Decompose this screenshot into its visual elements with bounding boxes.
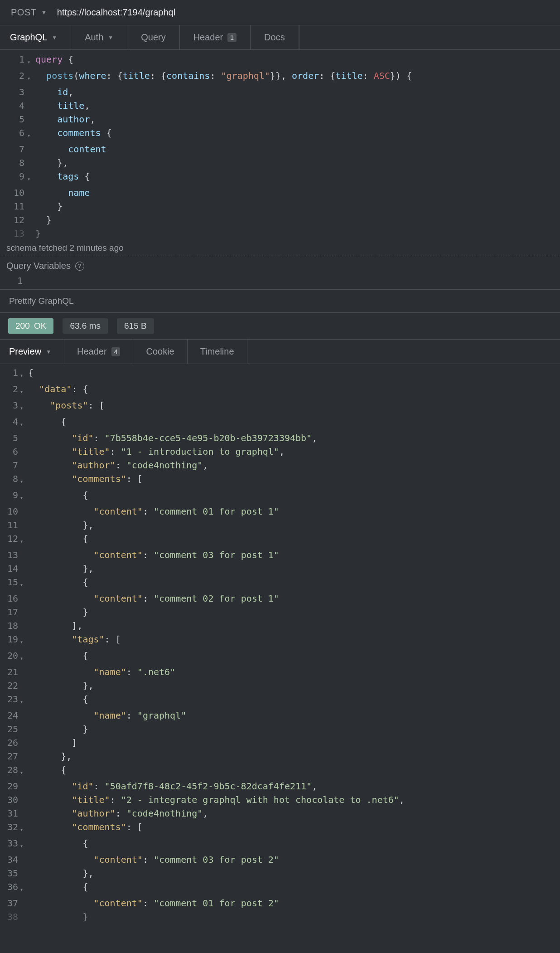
fold-gutter bbox=[20, 445, 28, 458]
tab-response-header[interactable]: Header 4 bbox=[64, 340, 133, 364]
code-line[interactable]: { bbox=[28, 532, 560, 548]
code-line[interactable]: "name": "graphql" bbox=[28, 709, 560, 722]
code-line[interactable]: "author": "code4nothing", bbox=[28, 807, 560, 820]
tab-preview[interactable]: Preview ▼ bbox=[0, 340, 64, 364]
fold-toggle-icon[interactable]: ▾ bbox=[20, 472, 28, 488]
fold-toggle-icon[interactable]: ▾ bbox=[20, 366, 28, 382]
code-line[interactable]: "content": "comment 01 for post 2" bbox=[28, 896, 560, 910]
code-line[interactable]: "data": { bbox=[28, 382, 560, 399]
tabs-spacer bbox=[299, 25, 560, 49]
code-line[interactable]: "content": "comment 01 for post 1" bbox=[28, 505, 560, 518]
tab-auth[interactable]: Auth ▼ bbox=[71, 25, 127, 49]
code-line[interactable]: "content": "comment 03 for post 2" bbox=[28, 853, 560, 866]
code-line[interactable]: "comments": [ bbox=[28, 820, 560, 836]
code-line[interactable]: "id": "50afd7f8-48c2-45f2-9b5c-82dcaf4fe… bbox=[28, 779, 560, 793]
fold-toggle-icon[interactable]: ▾ bbox=[20, 632, 28, 649]
code-line[interactable]: }, bbox=[28, 562, 560, 575]
line-number: 11 bbox=[0, 518, 20, 532]
code-line[interactable]: "posts": [ bbox=[28, 399, 560, 415]
code-line[interactable]: { bbox=[28, 575, 560, 592]
fold-toggle-icon[interactable]: ▾ bbox=[27, 170, 35, 186]
code-line[interactable]: "tags": [ bbox=[28, 632, 560, 649]
response-preview[interactable]: 1▾{2▾ "data": {3▾ "posts": [4▾ {5 "id": … bbox=[0, 364, 560, 924]
fold-toggle-icon[interactable]: ▾ bbox=[20, 415, 28, 431]
code-line[interactable]: } bbox=[28, 910, 560, 924]
code-line[interactable]: }, bbox=[28, 518, 560, 532]
code-line[interactable]: { bbox=[28, 366, 560, 382]
tab-cookie[interactable]: Cookie bbox=[133, 340, 187, 364]
http-method-dropdown[interactable]: POST ▼ bbox=[11, 7, 47, 18]
code-line[interactable]: tags { bbox=[35, 170, 560, 186]
code-line[interactable]: { bbox=[28, 836, 560, 853]
tab-graphql[interactable]: GraphQL ▼ bbox=[0, 25, 71, 49]
code-line[interactable]: title, bbox=[35, 99, 560, 112]
code-line[interactable]: "author": "code4nothing", bbox=[28, 458, 560, 472]
code-line[interactable]: "content": "comment 03 for post 1" bbox=[28, 548, 560, 562]
code-line[interactable]: author, bbox=[35, 112, 560, 126]
code-line[interactable]: query { bbox=[35, 53, 560, 69]
code-line[interactable]: { bbox=[28, 763, 560, 779]
fold-toggle-icon[interactable]: ▾ bbox=[20, 399, 28, 415]
fold-toggle-icon[interactable]: ▾ bbox=[20, 763, 28, 779]
fold-gutter bbox=[20, 793, 28, 807]
code-line[interactable]: ] bbox=[28, 736, 560, 749]
code-line[interactable]: posts(where: {title: {contains: "graphql… bbox=[35, 69, 560, 85]
line-number: 13 bbox=[0, 548, 20, 562]
fold-toggle-icon[interactable]: ▾ bbox=[27, 69, 35, 85]
query-variables-editor[interactable]: 1 bbox=[0, 274, 560, 289]
fold-gutter bbox=[27, 199, 35, 213]
fold-toggle-icon[interactable]: ▾ bbox=[20, 836, 28, 853]
fold-gutter bbox=[27, 85, 35, 99]
fold-toggle-icon[interactable]: ▾ bbox=[20, 820, 28, 836]
fold-toggle-icon[interactable]: ▾ bbox=[27, 126, 35, 142]
code-line[interactable]: { bbox=[28, 880, 560, 896]
tab-header-badge: 1 bbox=[227, 33, 237, 42]
prettify-graphql-button[interactable]: Prettify GraphQL bbox=[0, 289, 560, 313]
code-line[interactable]: { bbox=[28, 649, 560, 665]
code-line[interactable]: "title": "2 - integrate graphql with hot… bbox=[28, 793, 560, 807]
fold-gutter bbox=[20, 505, 28, 518]
fold-toggle-icon[interactable]: ▾ bbox=[20, 649, 28, 665]
url-input[interactable]: https://localhost:7194/graphql bbox=[57, 7, 175, 18]
tab-header-label: Header bbox=[193, 32, 223, 43]
code-line[interactable]: }, bbox=[35, 156, 560, 170]
code-line[interactable]: } bbox=[28, 722, 560, 736]
code-line[interactable]: comments { bbox=[35, 126, 560, 142]
fold-gutter bbox=[20, 518, 28, 532]
fold-toggle-icon[interactable]: ▾ bbox=[20, 532, 28, 548]
code-line[interactable]: { bbox=[28, 692, 560, 709]
fold-toggle-icon[interactable]: ▾ bbox=[20, 382, 28, 399]
code-line[interactable]: id, bbox=[35, 85, 560, 99]
code-line[interactable]: "title": "1 - introduction to graphql", bbox=[28, 445, 560, 458]
code-line[interactable]: }, bbox=[28, 866, 560, 880]
code-line[interactable]: }, bbox=[28, 679, 560, 692]
code-line[interactable]: { bbox=[28, 488, 560, 505]
tab-timeline[interactable]: Timeline bbox=[188, 340, 247, 364]
code-line[interactable]: "name": ".net6" bbox=[28, 665, 560, 679]
code-line[interactable]: name bbox=[35, 186, 560, 199]
fold-toggle-icon[interactable]: ▾ bbox=[20, 488, 28, 505]
fold-toggle-icon[interactable]: ▾ bbox=[20, 880, 28, 896]
tab-header[interactable]: Header 1 bbox=[180, 25, 251, 49]
fold-gutter bbox=[27, 156, 35, 170]
fold-toggle-icon[interactable]: ▾ bbox=[20, 692, 28, 709]
code-line[interactable]: content bbox=[35, 142, 560, 156]
code-line[interactable]: } bbox=[35, 199, 560, 213]
graphql-query-editor[interactable]: 1▾query {2▾ posts(where: {title: {contai… bbox=[0, 50, 560, 240]
code-line[interactable]: } bbox=[35, 213, 560, 227]
code-line[interactable]: "id": "7b558b4e-cce5-4e95-b20b-eb3972339… bbox=[28, 431, 560, 445]
help-icon[interactable]: ? bbox=[75, 262, 84, 271]
code-line[interactable]: } bbox=[28, 605, 560, 619]
code-line[interactable]: ], bbox=[28, 619, 560, 632]
code-line[interactable]: "comments": [ bbox=[28, 472, 560, 488]
code-line[interactable]: } bbox=[35, 227, 560, 240]
code-line[interactable]: { bbox=[28, 415, 560, 431]
code-line[interactable]: "content": "comment 02 for post 1" bbox=[28, 592, 560, 605]
tab-docs[interactable]: Docs bbox=[251, 25, 299, 49]
fold-toggle-icon[interactable]: ▾ bbox=[27, 53, 35, 69]
tab-query[interactable]: Query bbox=[127, 25, 179, 49]
code-line[interactable]: }, bbox=[28, 749, 560, 763]
fold-toggle-icon[interactable]: ▾ bbox=[20, 575, 28, 592]
line-number: 22 bbox=[0, 679, 20, 692]
line-number: 1 bbox=[0, 53, 27, 69]
